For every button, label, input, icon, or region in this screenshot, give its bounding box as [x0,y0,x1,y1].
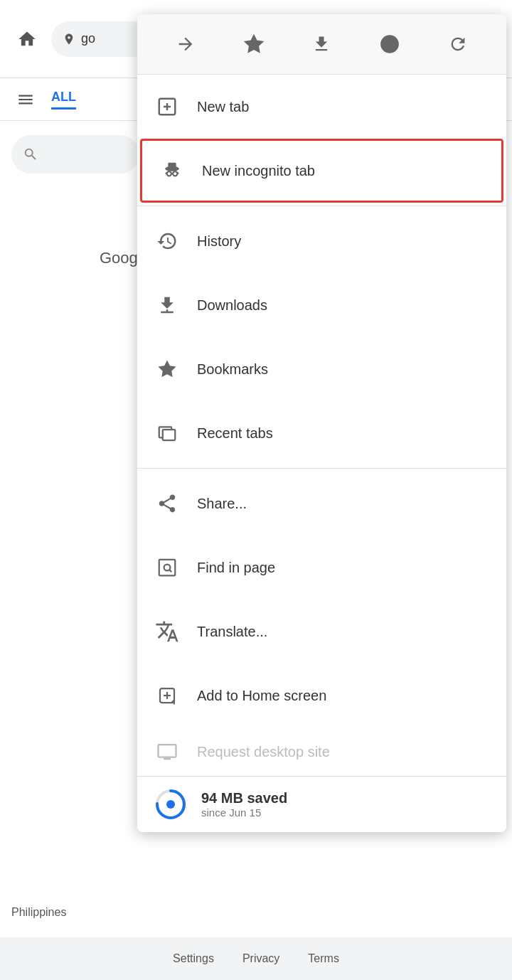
new-incognito-tab-label: New incognito tab [202,163,315,179]
request-desktop-item[interactable]: Request desktop site [137,728,506,776]
privacy-link[interactable]: Privacy [242,952,279,965]
translate-icon [154,619,180,644]
svg-rect-8 [168,163,176,169]
menu-toolbar [137,14,506,75]
recent-tabs-label: Recent tabs [197,425,273,442]
translate-item[interactable]: Translate... [137,600,506,664]
recent-tabs-item[interactable]: Recent tabs [137,401,506,465]
svg-rect-17 [159,560,176,576]
download-button[interactable] [303,26,340,63]
search-box[interactable] [11,135,139,174]
new-tab-item[interactable]: New tab [137,75,506,139]
share-icon [154,491,180,516]
svg-rect-16 [163,430,176,440]
hamburger-menu[interactable] [11,85,40,114]
new-tab-label: New tab [197,99,249,115]
find-icon [154,555,180,580]
add-to-home-item[interactable]: Add to Home screen [137,664,506,728]
svg-marker-0 [245,36,262,51]
terms-link[interactable]: Terms [308,952,339,965]
add-home-icon [154,683,180,708]
new-tab-icon [154,94,180,119]
history-label: History [197,233,241,250]
home-button[interactable] [11,23,43,55]
savings-text: 94 MB saved since Jun 15 [201,790,287,819]
refresh-button[interactable] [439,26,476,63]
savings-amount: 94 MB saved [201,790,287,806]
savings-since: since Jun 15 [201,806,287,819]
svg-line-12 [166,173,167,174]
tab-all[interactable]: ALL [51,90,76,110]
forward-button[interactable] [167,26,204,63]
philippines-text: Philippines [0,895,78,930]
share-item[interactable]: Share... [137,472,506,536]
svg-line-13 [177,173,178,174]
address-text: go [81,31,95,46]
history-icon [154,228,180,254]
find-in-page-item[interactable]: Find in page [137,536,506,600]
bookmarks-label: Bookmarks [197,361,268,378]
new-incognito-tab-item[interactable]: New incognito tab [140,139,503,203]
request-desktop-label: Request desktop site [197,744,330,760]
downloads-icon [154,292,180,318]
info-button[interactable] [371,26,408,63]
google-text: Googl [100,249,142,267]
recent-tabs-icon [154,420,180,446]
svg-point-28 [166,800,175,809]
history-item[interactable]: History [137,209,506,273]
downloads-label: Downloads [197,297,267,314]
translate-label: Translate... [197,624,267,640]
svg-point-18 [164,565,171,571]
bookmarks-item[interactable]: Bookmarks [137,337,506,401]
bookmarks-icon [154,356,180,382]
svg-point-9 [167,171,171,176]
add-to-home-label: Add to Home screen [197,688,326,704]
context-menu: New tab New incognito tab [137,14,506,832]
divider-1 [137,206,506,206]
find-in-page-label: Find in page [197,560,275,576]
footer-links: Settings Privacy Terms [0,937,512,980]
downloads-item[interactable]: Downloads [137,273,506,337]
desktop-icon [154,739,180,765]
bookmark-button[interactable] [235,26,272,63]
incognito-icon [159,158,185,183]
svg-line-19 [169,570,171,572]
data-savings: 94 MB saved since Jun 15 [137,776,506,832]
svg-rect-23 [159,745,176,757]
svg-point-10 [173,171,177,176]
svg-marker-14 [159,361,176,378]
share-label: Share... [197,496,247,512]
settings-link[interactable]: Settings [173,952,214,965]
savings-icon [154,788,187,821]
divider-2 [137,468,506,469]
